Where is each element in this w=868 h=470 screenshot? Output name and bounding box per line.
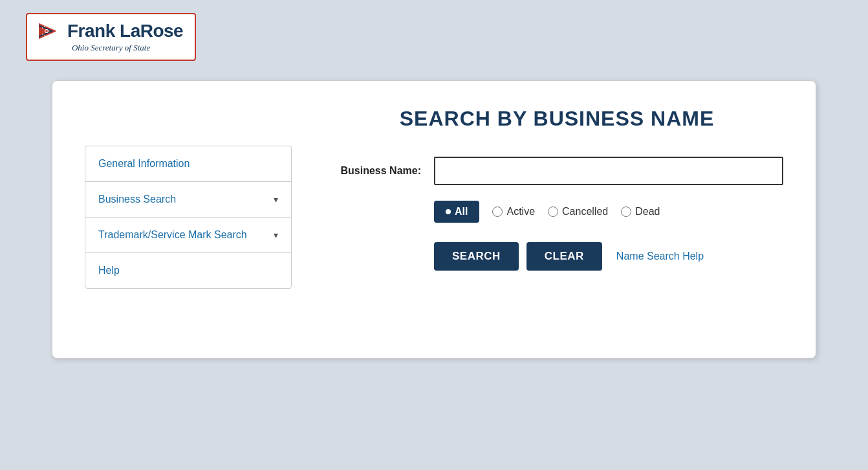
logo-name: Frank LaRose [67,21,183,41]
sidebar-item-business-search[interactable]: Business Search ▾ [85,181,292,217]
radio-active-label: Active [506,206,535,218]
sidebar-item-label: Trademark/Service Mark Search [98,229,247,241]
search-button[interactable]: SEARCH [434,242,519,271]
radio-cancelled-option[interactable]: Cancelled [548,206,608,218]
svg-point-5 [42,27,43,28]
sidebar-item-trademark-search[interactable]: Trademark/Service Mark Search ▾ [85,217,292,252]
radio-dead-option[interactable]: Dead [621,206,660,218]
clear-button[interactable]: CLEAR [526,242,602,271]
svg-point-7 [44,26,45,27]
svg-point-6 [42,34,43,35]
sidebar: General Information Business Search ▾ Tr… [85,146,292,326]
radio-cancelled-input[interactable] [548,207,558,217]
sidebar-item-help[interactable]: Help [85,252,292,289]
business-name-row: Business Name: [331,157,783,185]
chevron-down-icon: ▾ [274,194,278,205]
page-title: SEARCH BY BUSINESS NAME [331,107,783,131]
radio-cancelled-label: Cancelled [562,206,608,218]
radio-dead-input[interactable] [621,207,631,217]
sidebar-item-general-information[interactable]: General Information [85,146,292,181]
chevron-down-icon: ▾ [274,230,278,240]
logo-subtitle: Ohio Secretary of State [39,43,183,53]
radio-dead-label: Dead [635,206,660,218]
svg-point-8 [44,35,45,36]
radio-all-label: All [455,206,468,218]
content: SEARCH BY BUSINESS NAME Business Name: A… [331,107,783,326]
radio-all-dot [446,209,451,214]
radio-all-button[interactable]: All [434,201,479,223]
radio-active-option[interactable]: Active [492,206,535,218]
action-row: SEARCH CLEAR Name Search Help [434,242,783,271]
name-search-help-link[interactable]: Name Search Help [616,251,704,262]
ohio-flag-icon [39,23,62,39]
business-name-input[interactable] [434,157,783,185]
sidebar-item-label: Business Search [98,194,176,205]
svg-point-4 [45,30,48,32]
header: Frank LaRose Ohio Secretary of State [0,0,868,74]
logo: Frank LaRose Ohio Secretary of State [26,13,196,61]
sidebar-item-label: General Information [98,158,190,170]
radio-active-input[interactable] [492,207,503,217]
main-container: General Information Business Search ▾ Tr… [52,80,816,359]
sidebar-item-label: Help [98,265,120,276]
radio-options-row: All Active Cancelled Dead [434,201,783,223]
business-name-label: Business Name: [331,165,421,177]
